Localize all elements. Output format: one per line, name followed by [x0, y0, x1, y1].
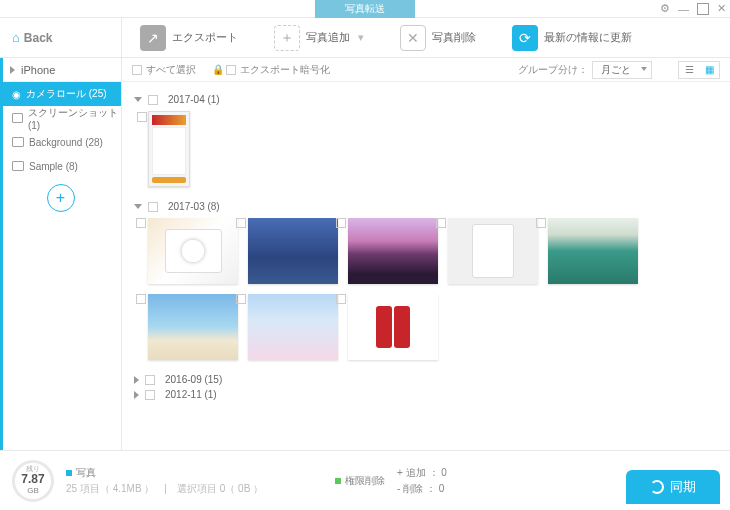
gauge-unit: GB: [27, 487, 39, 496]
group-label: 2016-09 (15): [165, 374, 222, 385]
window-controls: ⚙ — ✕: [660, 2, 726, 15]
status-label: 写真: [76, 466, 96, 480]
triangle-down-icon: [134, 204, 142, 209]
sidebar-item-camera-roll[interactable]: ◉ カメラロール (25): [0, 82, 121, 106]
thumb-checkbox[interactable]: [536, 218, 546, 228]
sync-label: 同期: [670, 478, 696, 496]
content: iPhone ◉ カメラロール (25) スクリーンショット (1) Backg…: [0, 58, 730, 450]
group-checkbox[interactable]: [145, 390, 155, 400]
triangle-right-icon: [134, 376, 139, 384]
delete-photo-label: 写真削除: [432, 30, 476, 45]
toolbar: ⌂ Back ↗ エクスポート ＋ 写真追加 ▾ ✕ 写真削除 ⟳ 最新の情報に…: [0, 18, 730, 58]
triangle-down-icon: [134, 97, 142, 102]
sidebar-item-sample[interactable]: Sample (8): [0, 154, 121, 178]
encrypt-export-checkbox[interactable]: 🔒エクスポート暗号化: [212, 63, 330, 77]
group-label: 2012-11 (1): [165, 389, 217, 400]
photo-thumbnail[interactable]: [448, 218, 538, 284]
group-by-control: グループ分け： 月ごと: [518, 61, 652, 79]
thumb-checkbox[interactable]: [336, 294, 346, 304]
sync-button[interactable]: 同期: [626, 470, 720, 504]
back-button[interactable]: ⌂ Back: [0, 18, 122, 58]
dot-icon: [335, 478, 341, 484]
sidebar-item-label: カメラロール (25): [26, 87, 107, 101]
thumb-checkbox[interactable]: [436, 218, 446, 228]
thumb-checkbox[interactable]: [136, 218, 146, 228]
sidebar-item-screenshots[interactable]: スクリーンショット (1): [0, 106, 121, 130]
window-title: 写真転送: [315, 0, 415, 18]
photo-thumbnail[interactable]: [148, 294, 238, 360]
group-label: 2017-04 (1): [168, 94, 220, 105]
photo-thumbnail[interactable]: [348, 218, 438, 284]
thumbnail-row: [148, 218, 718, 360]
group-header[interactable]: 2016-09 (15): [134, 374, 718, 385]
photo-thumbnail[interactable]: [248, 218, 338, 284]
add-album-button[interactable]: +: [47, 184, 75, 212]
sidebar-item-label: Background (28): [29, 137, 103, 148]
add-photo-button[interactable]: ＋ 写真追加 ▾: [256, 25, 382, 51]
view-grid-button[interactable]: ▦: [699, 62, 719, 78]
photo-thumbnail[interactable]: [548, 218, 638, 284]
thumb-checkbox[interactable]: [236, 218, 246, 228]
filter-bar: すべて選択 🔒エクスポート暗号化 グループ分け： 月ごと ☰ ▦: [122, 58, 730, 82]
photo-thumbnail[interactable]: [248, 294, 338, 360]
delete-photo-button[interactable]: ✕ 写真削除: [382, 25, 494, 51]
refresh-button[interactable]: ⟳ 最新の情報に更新: [494, 25, 650, 51]
close-button[interactable]: ✕: [717, 2, 726, 15]
group-header[interactable]: 2012-11 (1): [134, 389, 718, 400]
gear-icon[interactable]: ⚙: [660, 2, 670, 15]
group-checkbox[interactable]: [145, 375, 155, 385]
sidebar-accent: [0, 58, 3, 450]
status-photos: 写真 25 項目（ 4.1MB ）|選択項目 0（ 0B ）: [66, 466, 263, 496]
triangle-right-icon: [134, 391, 139, 399]
thumb-checkbox[interactable]: [137, 112, 147, 122]
status-detail: 25 項目（ 4.1MB ）: [66, 482, 154, 496]
status-counts: + 追加 ： 0 - 削除 ： 0: [397, 466, 447, 496]
folder-icon: [12, 137, 24, 147]
sidebar-device-header[interactable]: iPhone: [0, 58, 121, 82]
view-list-button[interactable]: ☰: [679, 62, 699, 78]
sidebar-item-background[interactable]: Background (28): [0, 130, 121, 154]
storage-gauge: 残り 7.87 GB: [12, 460, 54, 502]
thumb-checkbox[interactable]: [236, 294, 246, 304]
maximize-button[interactable]: [697, 3, 709, 15]
thumb-checkbox[interactable]: [336, 218, 346, 228]
add-photo-label: 写真追加: [306, 30, 350, 45]
status-del: - 削除 ： 0: [397, 482, 447, 496]
thumbnail-row: [148, 111, 718, 187]
group-checkbox[interactable]: [148, 95, 158, 105]
camera-icon: ◉: [12, 89, 21, 100]
group-label: 2017-03 (8): [168, 201, 220, 212]
triangle-right-icon: [10, 66, 15, 74]
status-selected: 選択項目 0（ 0B ）: [177, 482, 263, 496]
encrypt-label: エクスポート暗号化: [240, 64, 330, 75]
photo-thumbnail[interactable]: [148, 111, 190, 187]
group-by-select[interactable]: 月ごと: [592, 61, 652, 79]
status-bar: 残り 7.87 GB 写真 25 項目（ 4.1MB ）|選択項目 0（ 0B …: [0, 450, 730, 510]
main-panel: すべて選択 🔒エクスポート暗号化 グループ分け： 月ごと ☰ ▦ 2017-04…: [122, 58, 730, 450]
dot-icon: [66, 470, 72, 476]
refresh-label: 最新の情報に更新: [544, 30, 632, 45]
select-all-checkbox[interactable]: すべて選択: [132, 63, 196, 77]
gallery: 2017-04 (1) 2017-03 (8): [122, 82, 730, 450]
sidebar-item-label: Sample (8): [29, 161, 78, 172]
add-photo-icon: ＋: [274, 25, 300, 51]
photo-thumbnail[interactable]: [148, 218, 238, 284]
export-label: エクスポート: [172, 30, 238, 45]
photo-thumbnail[interactable]: [348, 294, 438, 360]
sidebar: iPhone ◉ カメラロール (25) スクリーンショット (1) Backg…: [0, 58, 122, 450]
group-checkbox[interactable]: [148, 202, 158, 212]
folder-icon: [12, 113, 23, 123]
refresh-icon: ⟳: [512, 25, 538, 51]
group-by-label: グループ分け：: [518, 63, 588, 77]
group-header[interactable]: 2017-03 (8): [134, 201, 718, 212]
delete-photo-icon: ✕: [400, 25, 426, 51]
home-icon: ⌂: [12, 30, 20, 45]
minimize-button[interactable]: —: [678, 3, 689, 15]
export-icon: ↗: [140, 25, 166, 51]
group-header[interactable]: 2017-04 (1): [134, 94, 718, 105]
folder-icon: [12, 161, 24, 171]
thumb-checkbox[interactable]: [136, 294, 146, 304]
status-add: + 追加 ： 0: [397, 466, 447, 480]
export-button[interactable]: ↗ エクスポート: [122, 25, 256, 51]
view-toggle: ☰ ▦: [678, 61, 720, 79]
